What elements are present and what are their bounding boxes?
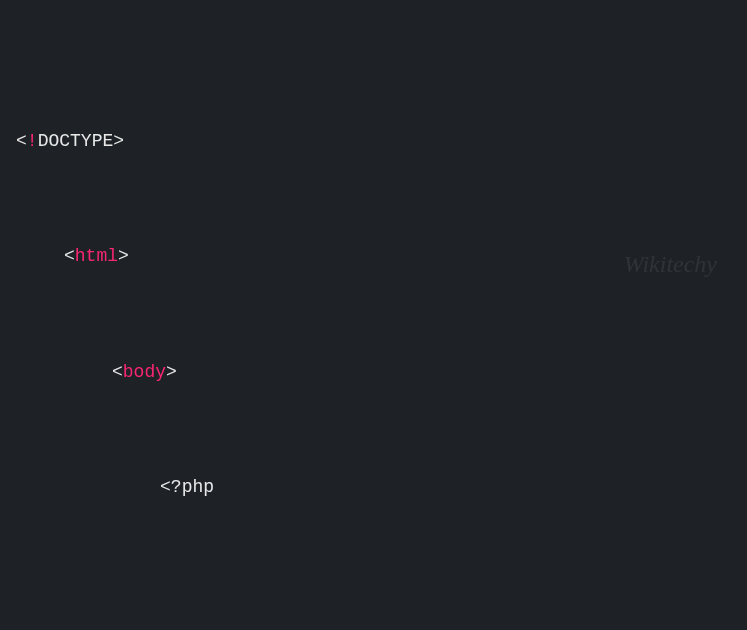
bracket: > — [118, 246, 129, 266]
code-line: <!DOCTYPE> — [16, 127, 731, 156]
qmark: ? — [171, 477, 182, 497]
code-line: <?php — [16, 473, 731, 502]
bracket: > — [113, 131, 124, 151]
code-line: <html> — [16, 242, 731, 271]
doctype-text: DOCTYPE — [38, 131, 114, 151]
bracket: < — [160, 477, 171, 497]
tag-body: body — [123, 362, 166, 382]
bracket: > — [166, 362, 177, 382]
code-line: <body> — [16, 358, 731, 387]
bang: ! — [27, 131, 38, 151]
bracket: < — [16, 131, 27, 151]
tag-html: html — [75, 246, 118, 266]
code-block: Wikitechy <!DOCTYPE> <html> <body> <?php… — [0, 0, 747, 630]
php-open: php — [182, 477, 214, 497]
bracket: < — [112, 362, 123, 382]
blank-line — [16, 588, 731, 617]
bracket: < — [64, 246, 75, 266]
